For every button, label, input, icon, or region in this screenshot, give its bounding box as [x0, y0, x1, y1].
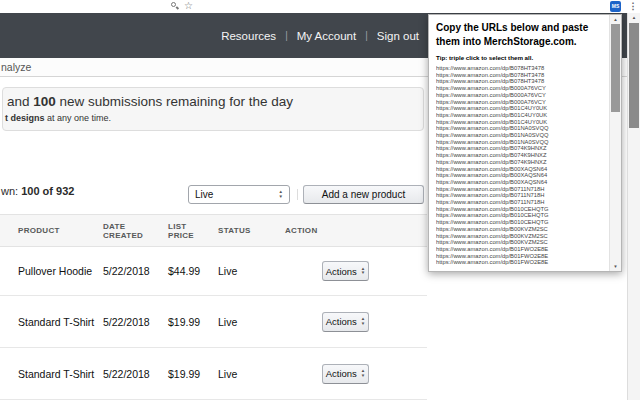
url-item: https://www.amazon.com/dp/B00XAQSN64 — [436, 166, 607, 173]
status-cell: Live — [218, 316, 285, 328]
header-link-resources[interactable]: Resources — [221, 30, 276, 42]
status-cell: Live — [218, 265, 285, 277]
url-item: https://www.amazon.com/dp/B078HT3478 — [436, 72, 607, 79]
url-item: https://www.amazon.com/dp/B0711N718H — [436, 192, 607, 199]
price-cell: $19.99 — [168, 368, 218, 380]
column-header-product: PRODUCT — [18, 226, 103, 235]
url-item: https://www.amazon.com/dp/B000A76VCY — [436, 92, 607, 99]
status-filter-select[interactable]: Live ▲ ▼ — [188, 185, 290, 204]
merchstorage-extension-icon[interactable]: MS — [610, 1, 621, 12]
actions-updown-icon: ▲ ▼ — [361, 369, 365, 378]
url-item: https://www.amazon.com/dp/B00XAQSN64 — [436, 172, 607, 179]
column-header-status: STATUS — [218, 226, 285, 235]
actions-button[interactable]: Actions ▲ ▼ — [322, 364, 369, 384]
browser-toolbar: ☆ MS ⋮ — [0, 0, 640, 13]
product-cell: Pullover Hoodie — [18, 265, 103, 277]
product-cell: Standard T-Shirt — [18, 316, 103, 328]
action-cell: Actions ▲ ▼ — [285, 364, 427, 384]
actions-updown-icon: ▲ ▼ — [361, 317, 365, 326]
header-link-separator: | — [365, 30, 368, 41]
url-item: https://www.amazon.com/dp/B074K9HNXZ — [436, 159, 607, 166]
table-row: Pullover Hoodie 5/22/2018 $44.99 Live Ac… — [0, 247, 427, 296]
url-item: https://www.amazon.com/dp/B0711N718H — [436, 186, 607, 193]
table-row: Standard T-Shirt 5/22/2018 $19.99 Live A… — [0, 296, 427, 348]
product-cell: Standard T-Shirt — [18, 368, 103, 380]
nav-item-analyze[interactable]: nalyze — [1, 61, 31, 73]
url-item: https://www.amazon.com/dp/B000A76VCY — [436, 99, 607, 106]
url-item: https://www.amazon.com/dp/B00XAQSN64 — [436, 179, 607, 186]
url-item: https://www.amazon.com/dp/B01C4UY0UK — [436, 119, 607, 126]
header-link-sign-out[interactable]: Sign out — [377, 30, 419, 42]
url-item: https://www.amazon.com/dp/B01FWO2E8E — [436, 246, 607, 253]
price-cell: $19.99 — [168, 316, 218, 328]
table-header-row: PRODUCT DATE CREATED LIST PRICE STATUS A… — [0, 214, 427, 247]
date-cell: 5/22/2018 — [103, 368, 168, 380]
url-item: https://www.amazon.com/dp/B078HT3478 — [436, 65, 607, 72]
action-cell: Actions ▲ ▼ — [285, 312, 427, 332]
scroll-up-arrow[interactable]: ▲ — [628, 13, 640, 23]
url-item: https://www.amazon.com/dp/B010CEHQTG — [436, 219, 607, 226]
bookmark-star-icon[interactable]: ☆ — [184, 0, 193, 12]
table-row: Standard T-Shirt 5/22/2018 $19.99 Live A… — [0, 348, 427, 400]
url-item: https://www.amazon.com/dp/B00KVZM2SC — [436, 239, 607, 246]
actions-button[interactable]: Actions ▲ ▼ — [322, 261, 369, 281]
submissions-notice: and 100 new submissions remaining for th… — [2, 87, 424, 131]
price-cell: $44.99 — [168, 265, 218, 277]
url-item: https://www.amazon.com/dp/B010CEHQTG — [436, 212, 607, 219]
url-item: https://www.amazon.com/dp/B010CEHQTG — [436, 206, 607, 213]
url-item: https://www.amazon.com/dp/B01NA0SVQQ — [436, 125, 607, 132]
popup-heading: Copy the URLs below and paste them into … — [436, 21, 607, 49]
url-item: https://www.amazon.com/dp/B01FWO2E8E — [436, 253, 607, 260]
popup-content: Copy the URLs below and paste them into … — [429, 15, 609, 271]
scroll-down-arrow[interactable]: ▼ — [610, 262, 621, 271]
column-header-action: ACTION — [285, 226, 427, 235]
screen: ☆ MS ⋮ Resources | My Account | Sign out… — [0, 0, 640, 400]
header-link-separator: | — [285, 30, 288, 41]
select-updown-icon: ▲ ▼ — [279, 190, 283, 199]
url-item: https://www.amazon.com/dp/B0711N718H — [436, 199, 607, 206]
url-list: https://www.amazon.com/dp/B078HT3478http… — [436, 65, 607, 266]
popup-scrollbar[interactable]: ▲ ▼ — [609, 15, 621, 271]
scroll-up-arrow[interactable]: ▲ — [610, 15, 621, 24]
url-item: https://www.amazon.com/dp/B01C4UY0UK — [436, 105, 607, 112]
url-item: https://www.amazon.com/dp/B00KVZM2SC — [436, 226, 607, 233]
url-item: https://www.amazon.com/dp/B000A76VCY — [436, 85, 607, 92]
extension-popup: Copy the URLs below and paste them into … — [428, 14, 622, 272]
date-cell: 5/22/2018 — [103, 265, 168, 277]
url-item: https://www.amazon.com/dp/B074K9HNXZ — [436, 145, 607, 152]
search-icon[interactable] — [170, 1, 180, 11]
column-header-list-price: LIST PRICE — [168, 222, 218, 240]
notice-line-1: and 100 new submissions remaining for th… — [7, 94, 423, 109]
url-item: https://www.amazon.com/dp/B01FWO2E8E — [436, 259, 607, 266]
url-item: https://www.amazon.com/dp/B01C4UY0UK — [436, 112, 607, 119]
add-product-button[interactable]: Add a new product — [303, 185, 424, 204]
status-filter-value: Live — [195, 189, 279, 200]
popup-tip: Tip: triple click to select them all. — [436, 54, 607, 61]
actions-updown-icon: ▲ ▼ — [361, 267, 365, 276]
scroll-thumb[interactable] — [611, 24, 620, 112]
products-shown-count: wn: 100 of 932 — [1, 185, 74, 197]
url-item: https://www.amazon.com/dp/B00KVZM2SC — [436, 233, 607, 240]
date-cell: 5/22/2018 — [103, 316, 168, 328]
action-cell: Actions ▲ ▼ — [285, 261, 427, 281]
url-item: https://www.amazon.com/dp/B01NA0SVQQ — [436, 132, 607, 139]
controls-divider — [297, 189, 298, 200]
url-item: https://www.amazon.com/dp/B078HT3478 — [436, 78, 607, 85]
status-cell: Live — [218, 368, 285, 380]
url-item: https://www.amazon.com/dp/B01NA0SVQQ — [436, 139, 607, 146]
browser-scrollbar[interactable]: ▲ — [627, 13, 640, 400]
column-header-date-created: DATE CREATED — [103, 222, 168, 240]
header-link-my-account[interactable]: My Account — [297, 30, 356, 42]
browser-menu-icon[interactable]: ⋮ — [628, 0, 638, 13]
actions-button[interactable]: Actions ▲ ▼ — [322, 312, 369, 332]
header-links: Resources | My Account | Sign out — [0, 13, 425, 58]
url-item: https://www.amazon.com/dp/B074K9HNXZ — [436, 152, 607, 159]
scroll-thumb[interactable] — [629, 23, 639, 128]
notice-line-2: t designs at any one time. — [5, 113, 423, 123]
